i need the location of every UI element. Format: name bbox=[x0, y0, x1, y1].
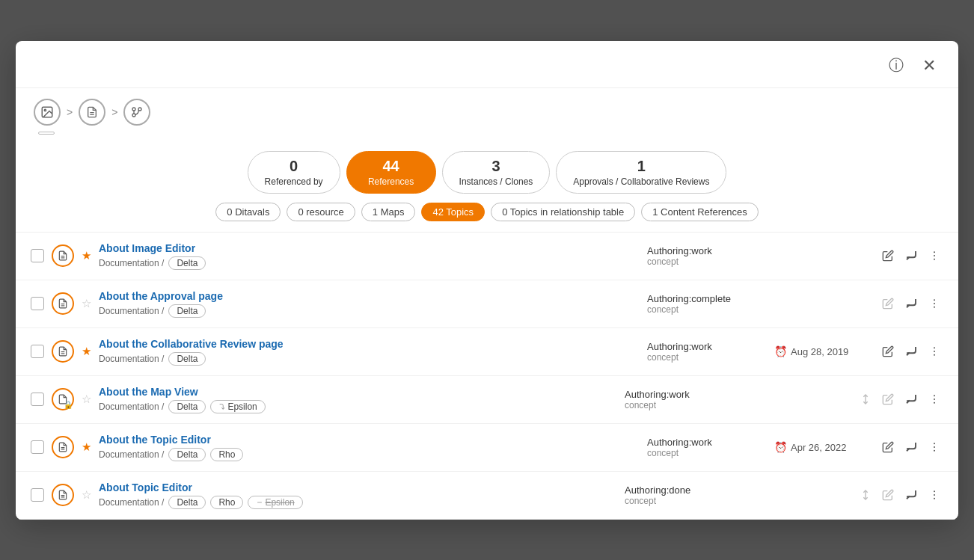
row-title[interactable]: About the Topic Editor bbox=[99, 434, 640, 446]
stat-pill-2[interactable]: 3Instances / Clones bbox=[442, 151, 551, 194]
row-content: About the Map ViewDocumentation /DeltaEp… bbox=[99, 386, 617, 413]
row-checkbox[interactable] bbox=[31, 249, 44, 262]
filter-row: 0 Ditavals0 resource1 Maps42 Topics0 Top… bbox=[16, 203, 958, 232]
row-date: ⏰Apr 26, 2022 bbox=[774, 441, 872, 453]
row-tag[interactable]: Delta bbox=[168, 496, 206, 509]
row-actions bbox=[879, 437, 943, 457]
row-content: About Topic EditorDocumentation /DeltaRh… bbox=[99, 481, 617, 509]
clock-icon: ⏰ bbox=[774, 345, 787, 357]
filter-tag-3[interactable]: 42 Topics bbox=[421, 203, 485, 221]
close-button[interactable]: ✕ bbox=[918, 55, 940, 77]
row-more-button[interactable] bbox=[925, 438, 943, 456]
row-meta-label: Documentation / bbox=[99, 306, 164, 316]
row-more-button[interactable] bbox=[925, 247, 943, 265]
row-redirect-button[interactable] bbox=[901, 246, 921, 265]
row-tag[interactable]: Delta bbox=[168, 352, 206, 366]
row-edit-button[interactable] bbox=[879, 390, 897, 408]
svg-point-35 bbox=[934, 490, 935, 492]
row-fork-button[interactable] bbox=[857, 390, 875, 408]
breadcrumb-delta-tag[interactable] bbox=[38, 132, 55, 135]
row-redirect-button[interactable] bbox=[901, 485, 921, 505]
row-meta: Documentation /Delta bbox=[99, 304, 640, 318]
row-actions bbox=[857, 485, 943, 505]
row-more-button[interactable] bbox=[925, 295, 943, 313]
row-star[interactable]: ☆ bbox=[82, 488, 91, 502]
row-edit-button[interactable] bbox=[879, 438, 897, 456]
row-redirect-button[interactable] bbox=[901, 437, 921, 457]
row-more-button[interactable] bbox=[925, 390, 943, 408]
stat-pill-1[interactable]: 44References bbox=[346, 151, 436, 194]
breadcrumb-image-icon[interactable] bbox=[34, 99, 61, 126]
breadcrumb-branch-icon[interactable] bbox=[123, 99, 150, 126]
row-star[interactable]: ☆ bbox=[82, 297, 91, 310]
row-meta: Documentation /DeltaRhoEpsilon bbox=[99, 496, 617, 509]
stat-pill-3[interactable]: 1Approvals / Collaborative Reviews bbox=[556, 151, 726, 194]
row-date-text: Apr 26, 2022 bbox=[791, 442, 846, 453]
row-checkbox[interactable] bbox=[31, 297, 44, 310]
stat-pill-0[interactable]: 0Referenced by bbox=[248, 151, 340, 194]
help-button[interactable]: ⓘ bbox=[885, 55, 907, 77]
row-more-button[interactable] bbox=[925, 486, 943, 504]
row-tag[interactable]: Delta bbox=[168, 448, 206, 461]
row-edit-button[interactable] bbox=[879, 247, 897, 265]
filter-tag-0[interactable]: 0 Ditavals bbox=[215, 203, 281, 221]
row-actions bbox=[879, 342, 943, 361]
row-more-button[interactable] bbox=[925, 342, 943, 360]
table-row: ☆About Topic EditorDocumentation /DeltaR… bbox=[16, 472, 958, 520]
filter-tag-4[interactable]: 0 Topics in relationship table bbox=[491, 203, 635, 221]
table-row: ☆About the Approval pageDocumentation /D… bbox=[16, 280, 958, 328]
breadcrumb-doc-icon[interactable] bbox=[79, 99, 105, 126]
row-tag[interactable]: Delta bbox=[168, 400, 206, 413]
row-title[interactable]: About the Approval page bbox=[99, 290, 640, 302]
row-meta-label: Documentation / bbox=[99, 401, 164, 412]
row-doc-icon: 🔒 bbox=[52, 388, 74, 410]
row-tag[interactable]: Delta bbox=[168, 304, 206, 318]
row-edit-button[interactable] bbox=[879, 342, 897, 360]
row-doc-icon bbox=[52, 484, 74, 506]
row-title[interactable]: About the Map View bbox=[99, 386, 617, 398]
close-icon: ✕ bbox=[922, 56, 936, 76]
filter-tag-5[interactable]: 1 Content References bbox=[641, 203, 758, 221]
row-edit-button[interactable] bbox=[879, 486, 897, 504]
table-row: 🔒☆About the Map ViewDocumentation /Delta… bbox=[16, 376, 958, 424]
row-doc-icon bbox=[52, 292, 74, 315]
row-star[interactable]: ★ bbox=[82, 345, 91, 358]
filter-tag-1[interactable]: 0 resource bbox=[287, 203, 355, 221]
row-tag[interactable]: Epsilon bbox=[248, 496, 302, 509]
row-checkbox[interactable] bbox=[31, 393, 44, 406]
row-redirect-button[interactable] bbox=[901, 390, 921, 409]
row-title[interactable]: About the Collaborative Review page bbox=[99, 338, 640, 350]
row-meta-label: Documentation / bbox=[99, 497, 164, 508]
row-title[interactable]: About Image Editor bbox=[99, 242, 640, 254]
row-content: About the Collaborative Review pageDocum… bbox=[99, 338, 640, 366]
row-tag[interactable]: Delta bbox=[168, 256, 206, 270]
row-checkbox[interactable] bbox=[31, 488, 44, 502]
row-fork-button[interactable] bbox=[857, 486, 875, 504]
table-row: ★About the Topic EditorDocumentation /De… bbox=[16, 424, 958, 472]
row-edit-button[interactable] bbox=[879, 295, 897, 313]
row-tag[interactable]: Rho bbox=[210, 448, 243, 461]
row-redirect-button[interactable] bbox=[901, 294, 921, 313]
row-checkbox[interactable] bbox=[31, 345, 44, 358]
breadcrumb-chevron-2: > bbox=[111, 106, 117, 118]
row-tag[interactable]: Rho bbox=[210, 496, 243, 509]
breadcrumb: > > bbox=[16, 88, 958, 132]
row-star[interactable]: ☆ bbox=[82, 393, 91, 406]
row-meta: Documentation /DeltaRho bbox=[99, 448, 640, 461]
row-title[interactable]: About Topic Editor bbox=[99, 481, 617, 493]
filter-tag-2[interactable]: 1 Maps bbox=[361, 203, 416, 221]
row-status: Authoring:workconcept bbox=[647, 341, 767, 363]
row-meta: Documentation /Delta bbox=[99, 352, 640, 366]
svg-point-37 bbox=[934, 498, 935, 499]
row-star[interactable]: ★ bbox=[82, 249, 91, 262]
breadcrumb-sub bbox=[16, 132, 958, 144]
row-meta-label: Documentation / bbox=[99, 258, 164, 268]
svg-point-5 bbox=[132, 108, 135, 111]
row-redirect-button[interactable] bbox=[901, 342, 921, 361]
row-star[interactable]: ★ bbox=[82, 440, 91, 454]
table-row: ★About Image EditorDocumentation /DeltaA… bbox=[16, 233, 958, 280]
row-checkbox[interactable] bbox=[31, 440, 44, 454]
svg-point-20 bbox=[934, 351, 935, 352]
svg-point-15 bbox=[934, 303, 935, 304]
row-tag[interactable]: Epsilon bbox=[210, 400, 265, 413]
